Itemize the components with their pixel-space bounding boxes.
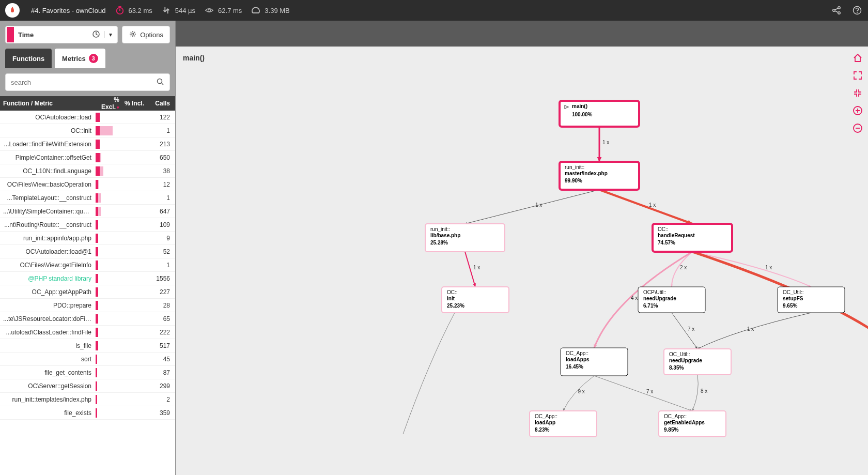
search-icon — [156, 78, 164, 87]
function-calls: 213 — [146, 141, 175, 148]
function-name: OC\Files\View::basicOperation — [0, 181, 95, 188]
function-row[interactable]: ...utoload\ClassLoader::findFile222 — [0, 326, 175, 339]
app-logo[interactable] — [5, 3, 20, 18]
svg-text:1 x: 1 x — [747, 326, 754, 332]
function-calls: 9 — [146, 235, 175, 242]
svg-text:9.85%: 9.85% — [664, 427, 678, 433]
function-row[interactable]: OC::init1 — [0, 124, 175, 137]
svg-text:lib/base.php: lib/base.php — [430, 233, 460, 238]
function-name: file_exists — [0, 409, 95, 417]
function-row[interactable]: run_init::templates/index.php2 — [0, 393, 175, 406]
graph-node-ocinit[interactable]: OC::init25.23% — [442, 287, 509, 313]
function-name: PDO::prepare — [0, 302, 95, 309]
svg-text:7 x: 7 x — [688, 326, 694, 332]
header-excl[interactable]: % Excl.▾ — [95, 96, 121, 111]
metric-selector[interactable]: Time ▾ — [5, 26, 118, 43]
graph-node-handle[interactable]: OC::handleRequest74.57% — [653, 224, 732, 252]
search-input[interactable] — [11, 79, 156, 86]
home-icon[interactable] — [851, 52, 864, 64]
svg-point-9 — [158, 79, 162, 83]
graph-node-index[interactable]: run_init::master/index.php99.90% — [560, 162, 639, 190]
search-box[interactable] — [5, 73, 170, 91]
function-name: file_get_contents — [0, 369, 95, 376]
function-row[interactable]: Pimple\Container::offsetGet650 — [0, 151, 175, 164]
svg-text:main(): main() — [572, 103, 587, 109]
graph-node-libbase[interactable]: run_init::lib/base.php25.28% — [425, 224, 505, 252]
function-row[interactable]: ...\Utility\SimpleContainer::query647 — [0, 205, 175, 218]
function-name: ...Loader::findFileWithExtension — [0, 141, 95, 148]
header-function[interactable]: Function / Metric — [0, 100, 95, 107]
function-name: sort — [0, 356, 95, 363]
function-bar — [95, 408, 146, 418]
zoom-in-icon[interactable] — [851, 104, 864, 117]
svg-text:OCP\Util::: OCP\Util:: — [643, 289, 666, 295]
function-calls: 38 — [146, 167, 175, 175]
function-calls: 28 — [146, 302, 175, 309]
function-bar — [95, 247, 146, 256]
function-row[interactable]: OC_App::getAppPath227 — [0, 285, 175, 299]
function-list[interactable]: OC\Autoloader::load122OC::init1...Loader… — [0, 111, 175, 475]
function-row[interactable]: OC_L10N::findLanguage38 — [0, 164, 175, 178]
function-row[interactable]: OC\Files\View::getFileInfo1 — [0, 258, 175, 272]
function-calls: 647 — [146, 208, 175, 215]
svg-text:8.23%: 8.23% — [535, 427, 549, 433]
help-icon[interactable] — [851, 5, 863, 16]
graph-node-setupfs[interactable]: OC_Util::setupFS9.65% — [778, 287, 845, 313]
metrics-badge: 3 — [89, 54, 98, 63]
function-row[interactable]: PDO::prepare28 — [0, 299, 175, 312]
tab-metrics[interactable]: Metrics3 — [55, 49, 105, 68]
function-calls: 52 — [146, 248, 175, 255]
svg-point-4 — [838, 12, 840, 14]
svg-text:16.45%: 16.45% — [566, 364, 583, 370]
function-bar — [95, 328, 146, 337]
collapse-icon[interactable] — [851, 87, 864, 99]
function-calls: 517 — [146, 342, 175, 349]
function-calls: 1 — [146, 194, 175, 202]
expand-icon[interactable] — [851, 69, 864, 82]
header-incl[interactable]: % Incl. — [121, 100, 146, 107]
options-button[interactable]: Options — [122, 26, 170, 43]
sort-indicator-icon: ▾ — [117, 105, 119, 110]
stat-cpu-time: 62.7 ms — [205, 6, 242, 15]
function-row[interactable]: file_get_contents87 — [0, 366, 175, 379]
svg-text:2 x: 2 x — [680, 265, 687, 270]
call-graph-canvas[interactable]: main() 1 x1 x1 x1 x2 x1 x4 x1 x7 x1 x9 x… — [176, 47, 868, 475]
function-bar — [95, 234, 146, 243]
graph-node-loadapps[interactable]: OC_App::loadApps16.45% — [561, 348, 628, 376]
function-row[interactable]: OC\Autoloader::load@152 — [0, 245, 175, 258]
share-icon[interactable] — [831, 5, 842, 16]
function-name: OC_L10N::findLanguage — [0, 167, 95, 175]
tab-functions[interactable]: Functions — [5, 49, 52, 68]
function-row[interactable]: OC\Autoloader::load122 — [0, 111, 175, 124]
function-row[interactable]: ...nt\Routing\Route::__construct109 — [0, 218, 175, 232]
svg-point-2 — [838, 7, 840, 9]
canvas-tabbar — [176, 21, 868, 47]
graph-node-loadapp[interactable]: OC_App::loadApp8.23% — [530, 411, 597, 437]
metric-label: Time — [18, 31, 88, 39]
function-bar — [95, 126, 146, 135]
function-row[interactable]: ...Loader::findFileWithExtension213 — [0, 137, 175, 151]
graph-node-main[interactable]: main()100.00% — [560, 101, 639, 127]
zoom-out-icon[interactable] — [851, 122, 864, 134]
function-row[interactable]: sort45 — [0, 353, 175, 366]
function-row[interactable]: ...te\JSResourceLocator::doFind65 — [0, 312, 175, 326]
function-row[interactable]: run_init::appinfo/app.php9 — [0, 232, 175, 245]
page-title: #4. Favorites - ownCloud — [31, 7, 106, 14]
graph-node-getapps[interactable]: OC_App::getEnabledApps9.85% — [659, 411, 726, 437]
function-row[interactable]: is_file517 — [0, 339, 175, 353]
function-bar — [95, 287, 146, 297]
function-bar — [95, 395, 146, 404]
function-row[interactable]: ...TemplateLayout::__construct1 — [0, 191, 175, 205]
io-icon — [162, 6, 171, 15]
graph-node-needup2[interactable]: OC_Util::needUpgrade8.35% — [664, 349, 731, 375]
graph-node-needup1[interactable]: OCP\Util::needUpgrade6.71% — [638, 287, 705, 313]
function-row[interactable]: OC\Files\View::basicOperation12 — [0, 178, 175, 191]
function-bar — [95, 355, 146, 364]
function-row[interactable]: file_exists359 — [0, 406, 175, 420]
function-bar — [95, 193, 146, 203]
function-row[interactable]: @PHP standard library1556 — [0, 272, 175, 285]
header-calls[interactable]: Calls — [146, 100, 175, 107]
function-name: ...utoload\ClassLoader::findFile — [0, 329, 95, 336]
svg-text:25.28%: 25.28% — [430, 240, 448, 246]
function-row[interactable]: OC\Server::getSession299 — [0, 379, 175, 393]
